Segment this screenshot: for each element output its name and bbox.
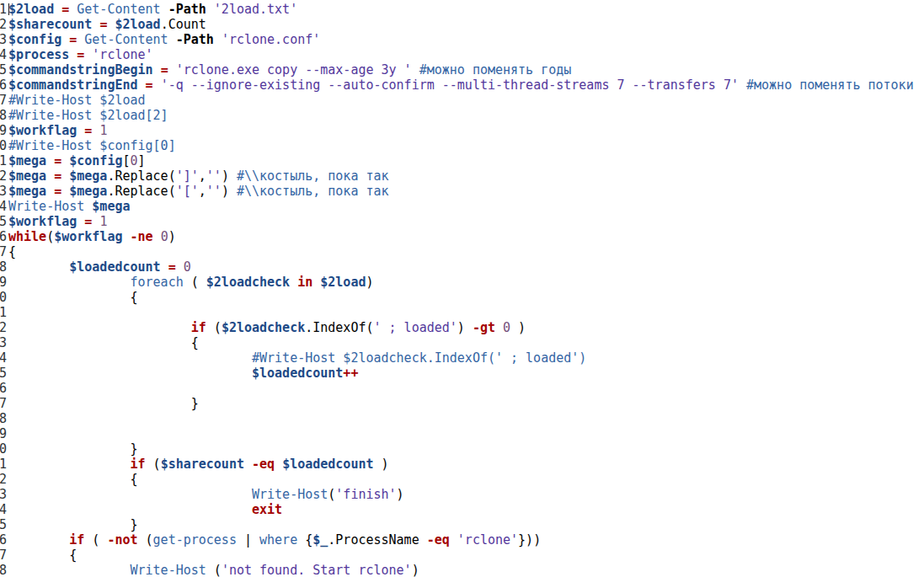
line-number: 23	[0, 335, 7, 350]
line-number: 32	[0, 472, 7, 487]
code-line[interactable]: if ( -not (get-process | where {$_.Proce…	[8, 532, 924, 548]
line-number: 30	[0, 441, 7, 457]
code-line[interactable]: $mega = $mega.Replace(']','') #\\костыль…	[8, 168, 924, 184]
code-line[interactable]: }	[8, 517, 924, 532]
code-line[interactable]: $mega = $config[0]	[8, 153, 924, 168]
line-number: 20	[0, 290, 7, 305]
code-line[interactable]: {	[8, 548, 924, 563]
line-number: 21	[0, 305, 7, 320]
line-number: 28	[0, 411, 7, 426]
line-number: 10	[0, 138, 7, 153]
code-line[interactable]: }	[8, 441, 924, 457]
line-number: 26	[0, 381, 7, 396]
line-number: 5	[0, 62, 7, 77]
line-number: 37	[0, 548, 7, 563]
line-number: 11	[0, 153, 7, 168]
line-number: 29	[0, 426, 7, 441]
line-number: 3	[0, 32, 7, 47]
code-line[interactable]: #Write-Host $config[0]	[8, 138, 924, 153]
code-line[interactable]: {	[8, 290, 924, 305]
code-line[interactable]: {	[8, 244, 924, 259]
code-line[interactable]: foreach ( $2loadcheck in $2load)	[8, 275, 924, 290]
line-number: 7	[0, 93, 7, 108]
line-number: 34	[0, 502, 7, 517]
line-number: 38	[0, 563, 7, 577]
line-number: 16	[0, 229, 7, 244]
line-number-gutter: 1234567891011121314151617181920212223242…	[0, 2, 7, 577]
code-line[interactable]: {	[8, 472, 924, 487]
line-number: 6	[0, 77, 7, 93]
code-line[interactable]: $commandstringEnd = '-q --ignore-existin…	[8, 77, 924, 93]
code-line[interactable]	[8, 411, 924, 426]
code-line[interactable]: Write-Host ('not found. Start rclone')	[8, 563, 924, 577]
line-number: 27	[0, 396, 7, 411]
line-number: 35	[0, 517, 7, 532]
code-line[interactable]: }	[8, 396, 924, 411]
code-line[interactable]: {	[8, 335, 924, 350]
code-line[interactable]: #Write-Host $2loadcheck.IndexOf(' ; load…	[8, 350, 924, 366]
code-line[interactable]: $workflag = 1	[8, 214, 924, 229]
code-line[interactable]: exit	[8, 502, 924, 517]
code-editor[interactable]: 1234567891011121314151617181920212223242…	[0, 0, 924, 577]
code-line[interactable]: Write-Host $mega	[8, 199, 924, 214]
line-number: 12	[0, 168, 7, 184]
line-number: 18	[0, 259, 7, 275]
code-line[interactable]: $commandstringBegin = 'rclone.exe copy -…	[8, 62, 924, 77]
line-number: 1	[0, 2, 7, 17]
line-number: 24	[0, 350, 7, 366]
line-number: 36	[0, 532, 7, 548]
line-number: 19	[0, 275, 7, 290]
code-line[interactable]: while($workflag -ne 0)	[8, 229, 924, 244]
code-line[interactable]: #Write-Host $2load	[8, 93, 924, 108]
code-line[interactable]: $2load = Get-Content -Path '2load.txt'	[8, 2, 924, 17]
line-number: 13	[0, 184, 7, 199]
code-line[interactable]: $loadedcount++	[8, 366, 924, 381]
line-number: 9	[0, 123, 7, 138]
line-number: 17	[0, 244, 7, 259]
line-number: 31	[0, 457, 7, 472]
line-number: 8	[0, 108, 7, 123]
code-line[interactable]	[8, 305, 924, 320]
code-line[interactable]: $sharecount = $2load.Count	[8, 17, 924, 32]
code-line[interactable]: $process = 'rclone'	[8, 47, 924, 62]
line-number: 14	[0, 199, 7, 214]
code-line[interactable]: #Write-Host $2load[2]	[8, 108, 924, 123]
line-number: 25	[0, 366, 7, 381]
code-line[interactable]	[8, 381, 924, 396]
code-line[interactable]: if ($2loadcheck.IndexOf(' ; loaded') -gt…	[8, 320, 924, 335]
code-line[interactable]: if ($sharecount -eq $loadedcount )	[8, 457, 924, 472]
code-line[interactable]: Write-Host('finish')	[8, 487, 924, 502]
line-number: 2	[0, 17, 7, 32]
code-line[interactable]	[8, 426, 924, 441]
code-area[interactable]: $2load = Get-Content -Path '2load.txt'$s…	[7, 2, 924, 577]
line-number: 15	[0, 214, 7, 229]
line-number: 22	[0, 320, 7, 335]
code-line[interactable]: $loadedcount = 0	[8, 259, 924, 275]
code-line[interactable]: $mega = $mega.Replace('[','') #\\костыль…	[8, 184, 924, 199]
line-number: 33	[0, 487, 7, 502]
line-number: 4	[0, 47, 7, 62]
code-line[interactable]: $config = Get-Content -Path 'rclone.conf…	[8, 32, 924, 47]
code-line[interactable]: $workflag = 1	[8, 123, 924, 138]
